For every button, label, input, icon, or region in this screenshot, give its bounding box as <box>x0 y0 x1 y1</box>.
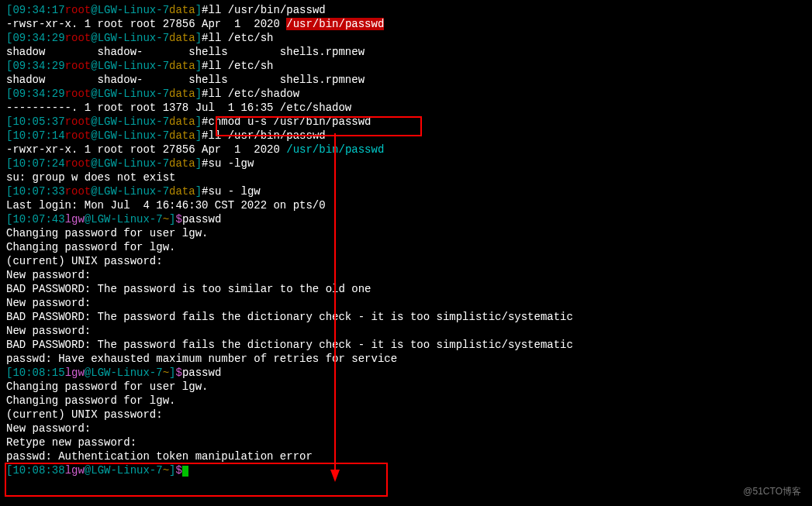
terminal-line: [10:07:43lgw@LGW-Linux-7~]$passwd <box>6 212 806 226</box>
terminal-line: BAD PASSWORD: The password fails the dic… <box>6 338 806 352</box>
terminal-line: [10:07:24root@LGW-Linux-7data]#su -lgw <box>6 157 806 170</box>
terminal-line: [09:34:17root@LGW-Linux-7data]#ll /usr/b… <box>6 3 806 17</box>
terminal-output[interactable]: [09:34:17root@LGW-Linux-7data]#ll /usr/b… <box>0 0 812 480</box>
terminal-line: (current) UNIX password: <box>6 254 806 268</box>
terminal-line: New password: <box>6 422 806 435</box>
terminal-line: -rwxr-xr-x. 1 root root 27856 Apr 1 2020… <box>6 143 806 157</box>
terminal-line: passwd: Have exhausted maximum number of… <box>6 352 806 366</box>
terminal-line: New password: <box>6 296 806 310</box>
terminal-line: Changing password for lgw. <box>6 240 806 254</box>
terminal-line: [09:34:29root@LGW-Linux-7data]#ll /etc/s… <box>6 59 806 73</box>
terminal-line: [10:08:15lgw@LGW-Linux-7~]$passwd <box>6 366 806 380</box>
terminal-line: New password: <box>6 268 806 282</box>
terminal-line: ----------. 1 root root 1378 Jul 1 16:35… <box>6 101 806 115</box>
terminal-line: shadow shadow- shells shells.rpmnew <box>6 45 806 59</box>
terminal-line: Changing password for lgw. <box>6 394 806 408</box>
terminal-line: [10:07:14root@LGW-Linux-7data]#ll /usr/b… <box>6 129 806 143</box>
terminal-line: BAD PASSWORD: The password fails the dic… <box>6 310 806 324</box>
terminal-line: (current) UNIX password: <box>6 408 806 422</box>
terminal-line: BAD PASSWORD: The password is too simila… <box>6 282 806 296</box>
terminal-line: shadow shadow- shells shells.rpmnew <box>6 73 806 87</box>
terminal-line: Retype new password: <box>6 435 806 449</box>
terminal-line: [10:05:37root@LGW-Linux-7data]#chmod u-s… <box>6 115 806 129</box>
terminal-line: [10:07:33root@LGW-Linux-7data]#su - lgw <box>6 184 806 198</box>
terminal-line: Changing password for user lgw. <box>6 226 806 240</box>
terminal-line: Changing password for user lgw. <box>6 380 806 394</box>
terminal-line: New password: <box>6 324 806 338</box>
terminal-line: [09:34:29root@LGW-Linux-7data]#ll /etc/s… <box>6 87 806 101</box>
terminal-line: su: group w does not exist <box>6 170 806 184</box>
terminal-line: [09:34:29root@LGW-Linux-7data]#ll /etc/s… <box>6 31 806 45</box>
cursor <box>182 466 188 477</box>
terminal-line: Last login: Mon Jul 4 16:46:30 CST 2022 … <box>6 198 806 212</box>
terminal-line: [10:08:38lgw@LGW-Linux-7~]$ <box>6 463 806 477</box>
watermark: @51CTO博客 <box>743 485 801 498</box>
terminal-line: -rwsr-xr-x. 1 root root 27856 Apr 1 2020… <box>6 17 806 31</box>
terminal-line: passwd: Authentication token manipulatio… <box>6 449 806 463</box>
